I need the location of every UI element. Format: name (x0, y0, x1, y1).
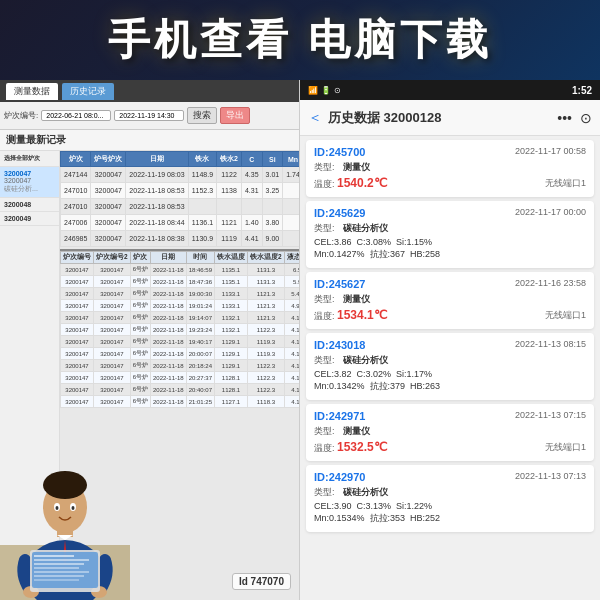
card-detail2: Mn:0.1534% 抗拉:353 HB:252 (314, 512, 586, 525)
card-type-value: 碳硅分析仪 (343, 354, 388, 367)
spreadsheet-row: 320014732001476号炉2022-11-1819:01:241133.… (61, 300, 300, 312)
tab-history[interactable]: 历史记录 (62, 83, 114, 100)
left-sidebar: 选择全部炉次 3200047 3200047 碳硅分析... 3200048 3… (0, 151, 60, 600)
right-panel: 📶 🔋 ⊙ 1:52 ＜ 历史数据 32000128 ••• ⊙ ID:2457… (300, 80, 600, 600)
toolbar-input-end[interactable] (114, 110, 184, 121)
statusbar-left: 📶 🔋 ⊙ (308, 86, 341, 95)
th-t2: 铁水2 (217, 152, 242, 167)
th-t1: 铁水 (188, 152, 216, 167)
panel-title: 测量最新记录 (0, 130, 299, 151)
mobile-title: 历史数据 32000128 (328, 109, 557, 127)
data-card-242970[interactable]: ID:242970 2022-11-13 07:13 类型: 碳硅分析仪 CEL… (306, 465, 594, 532)
table-row: 247010 3200047 2022-11-18 08:53 1152.3 1… (61, 183, 300, 199)
card-detail1: CEL:3.82 C:3.02% Si:1.17% (314, 369, 586, 379)
card-detail2: Mn:0.1427% 抗拉:367 HB:258 (314, 248, 586, 261)
toolbar-label-furnace: 炉次编号: (4, 110, 38, 121)
card-id: ID:243018 (314, 339, 365, 351)
statusbar-time: 1:52 (572, 85, 592, 96)
menu-button[interactable]: ••• (557, 110, 572, 126)
back-button[interactable]: ＜ (308, 109, 322, 127)
temp-value: 1534.1℃ (337, 308, 387, 322)
left-table-area: 炉次 炉号炉次 日期 铁水 铁水2 C Si Mn P 抗拉 硬度 备注 (60, 151, 299, 600)
sidebar-item-3200049[interactable]: 3200049 (0, 212, 59, 226)
spreadsheet-row: 320014732001476号炉2022-11-1818:47:361135.… (61, 276, 300, 288)
main-area: 测量数据 历史记录 炉次编号: 搜索 导出 测量最新记录 选择全部炉次 3200… (0, 80, 600, 600)
desktop-tabbar: 测量数据 历史记录 (0, 80, 299, 102)
table-row: 247006 3200047 2022-11-18 08:44 1136.1 1… (61, 215, 300, 231)
card-type-label: 类型: (314, 222, 335, 235)
th-furnace: 炉号炉次 (91, 152, 126, 167)
left-inner: 选择全部炉次 3200047 3200047 碳硅分析... 3200048 3… (0, 151, 299, 600)
card-id: ID:242971 (314, 410, 365, 422)
data-card-245700[interactable]: ID:245700 2022-11-17 00:58 类型: 测量仪 温度: 1… (306, 140, 594, 197)
spreadsheet-row: 320014732001476号炉2022-11-1819:40:171129.… (61, 336, 300, 348)
settings-icon[interactable]: ⊙ (580, 110, 592, 126)
left-panel: 测量数据 历史记录 炉次编号: 搜索 导出 测量最新记录 选择全部炉次 3200… (0, 80, 300, 600)
mobile-navbar: ＜ 历史数据 32000128 ••• ⊙ (300, 100, 600, 136)
port-value: 无线端口1 (545, 441, 586, 454)
spreadsheet-row: 320014732001476号炉2022-11-1819:00:301133.… (61, 288, 300, 300)
card-date: 2022-11-17 00:00 (515, 207, 586, 217)
data-card-242971[interactable]: ID:242971 2022-11-13 07:15 类型: 测量仪 温度: 1… (306, 404, 594, 461)
card-detail1: CEL:3.90 C:3.13% Si:1.22% (314, 501, 586, 511)
card-date: 2022-11-13 07:15 (515, 410, 586, 420)
spreadsheet-row: 320014732001476号炉2022-11-1820:00:071129.… (61, 348, 300, 360)
card-type-value: 碳硅分析仪 (343, 222, 388, 235)
data-card-243018[interactable]: ID:243018 2022-11-13 08:15 类型: 碳硅分析仪 CEL… (306, 333, 594, 400)
table-row: 246985 3200047 2022-11-18 08:38 1130.9 1… (61, 231, 300, 247)
search-button[interactable]: 搜索 (187, 107, 217, 124)
data-card-245629[interactable]: ID:245629 2022-11-17 00:00 类型: 碳硅分析仪 CEL… (306, 201, 594, 268)
toolbar-input-start[interactable] (41, 110, 111, 121)
spreadsheet-row: 320014732001476号炉2022-11-1818:46:591135.… (61, 264, 300, 276)
card-date: 2022-11-13 08:15 (515, 339, 586, 349)
sidebar-item-3200048[interactable]: 3200048 (0, 198, 59, 212)
card-type-value: 测量仪 (343, 425, 370, 438)
main-data-table: 炉次 炉号炉次 日期 铁水 铁水2 C Si Mn P 抗拉 硬度 备注 (60, 151, 299, 247)
th-id: 炉次 (61, 152, 91, 167)
sidebar-item-3200047[interactable]: 3200047 3200047 碳硅分析... (0, 167, 59, 198)
card-type-label: 类型: (314, 425, 335, 438)
th-date: 日期 (126, 152, 188, 167)
temp-value: 1540.2℃ (337, 176, 387, 190)
card-type-label: 类型: (314, 293, 335, 306)
spreadsheet-table: 炉次编号 炉次编号2 炉次 日期 时间 铁水温度 铁水温度2 液态量 液态量2 … (60, 251, 299, 408)
card-detail1: CEL:3.86 C:3.08% Si:1.15% (314, 237, 586, 247)
tab-active[interactable]: 测量数据 (6, 83, 58, 100)
spreadsheet-row: 320014732001476号炉2022-11-1821:01:251127.… (61, 396, 300, 408)
mobile-content: ID:245700 2022-11-17 00:58 类型: 测量仪 温度: 1… (300, 136, 600, 600)
table-row: 247144 3200047 2022-11-19 08:03 1148.9 1… (61, 167, 300, 183)
card-id: ID:245627 (314, 278, 365, 290)
spreadsheet-row: 320014732001476号炉2022-11-1820:27:371128.… (61, 372, 300, 384)
data-card-245627[interactable]: ID:245627 2022-11-16 23:58 类型: 测量仪 温度: 1… (306, 272, 594, 329)
card-date: 2022-11-17 00:58 (515, 146, 586, 156)
card-type-label: 类型: (314, 161, 335, 174)
card-id: ID:245700 (314, 146, 365, 158)
card-id: ID:242970 (314, 471, 365, 483)
card-type-label: 类型: (314, 354, 335, 367)
card-detail2: Mn:0.1342% 抗拉:379 HB:263 (314, 380, 586, 393)
spreadsheet-row: 320014732001476号炉2022-11-1819:14:071132.… (61, 312, 300, 324)
card-date: 2022-11-13 07:13 (515, 471, 586, 481)
top-banner: 手机查看 电脑下载 (0, 0, 600, 80)
spreadsheet-row: 320014732001476号炉2022-11-1820:18:241129.… (61, 360, 300, 372)
port-value: 无线端口1 (545, 177, 586, 190)
card-id: ID:245629 (314, 207, 365, 219)
th-v2: Si (262, 152, 283, 167)
card-type-label: 类型: (314, 486, 335, 499)
sidebar-item-all[interactable]: 选择全部炉次 (0, 151, 59, 167)
th-v1: C (241, 152, 262, 167)
card-type-value: 测量仪 (343, 293, 370, 306)
card-type-value: 测量仪 (343, 161, 370, 174)
desktop-toolbar: 炉次编号: 搜索 导出 (0, 102, 299, 130)
card-type-value: 碳硅分析仪 (343, 486, 388, 499)
spreadsheet-row: 320014732001476号炉2022-11-1820:40:071128.… (61, 384, 300, 396)
temp-value: 1532.5℃ (337, 440, 387, 454)
card-date: 2022-11-16 23:58 (515, 278, 586, 288)
id-badge: Id 747070 (232, 573, 291, 590)
banner-text: 手机查看 电脑下载 (108, 12, 492, 68)
export-button[interactable]: 导出 (220, 107, 250, 124)
spreadsheet-row: 320014732001476号炉2022-11-1819:23:241132.… (61, 324, 300, 336)
table-row: 247010 3200047 2022-11-18 08:53 1387.8 (61, 199, 300, 215)
port-value: 无线端口1 (545, 309, 586, 322)
mobile-statusbar: 📶 🔋 ⊙ 1:52 (300, 80, 600, 100)
